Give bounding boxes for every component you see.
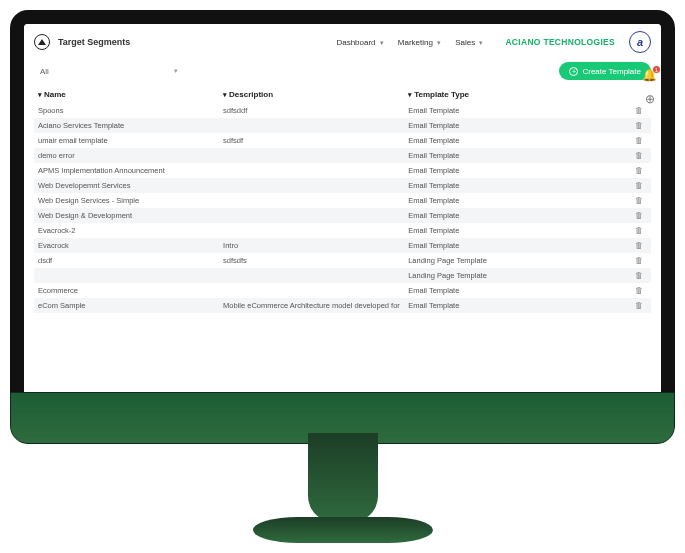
cell-name: eCom Sample [34,298,219,313]
add-icon[interactable]: ⊕ [645,92,655,106]
cell-type: Email Template [404,193,601,208]
cell-description: sdfsdf [219,133,404,148]
cell-name: Aciano Services Template [34,118,219,133]
monitor-frame: Target Segments Dashboard ▾ Marketing ▾ … [10,10,675,430]
delete-row-button[interactable]: 🗑 [602,163,651,178]
filter-dropdown[interactable]: All ▾ [34,64,184,79]
trash-icon: 🗑 [635,211,643,220]
app-screen: Target Segments Dashboard ▾ Marketing ▾ … [24,24,661,416]
plus-circle-icon: + [569,67,578,76]
tab-dashboard[interactable]: Dashboard ▾ [336,38,383,47]
brand-badge-letter: a [637,36,643,48]
table-row[interactable]: eCom SampleMobile eCommerce Architecture… [34,298,651,313]
cell-description [219,178,404,193]
side-icon-rail: 🔔1 ⊕ [642,68,657,106]
cell-name: dsdf [34,253,219,268]
delete-row-button[interactable]: 🗑 [602,178,651,193]
filter-icon: ▾ [408,91,412,98]
table-row[interactable]: Landing Page Template🗑 [34,268,651,283]
table-row[interactable]: dsdfsdfsdfsLanding Page Template🗑 [34,253,651,268]
cell-type: Email Template [404,133,601,148]
cell-type: Email Template [404,238,601,253]
table-row[interactable]: EvacrockIntroEmail Template🗑 [34,238,651,253]
cell-type: Email Template [404,283,601,298]
filter-icon: ▾ [223,91,227,98]
tab-label: Sales [455,38,475,47]
cell-name [34,268,219,283]
delete-row-button[interactable]: 🗑 [602,133,651,148]
table-row[interactable]: Aciano Services TemplateEmail Template🗑 [34,118,651,133]
table-row[interactable]: demo errorEmail Template🗑 [34,148,651,163]
notifications-bell-icon[interactable]: 🔔1 [642,68,657,82]
chevron-down-icon: ▾ [437,39,441,46]
tab-label: Marketing [398,38,433,47]
trash-icon: 🗑 [635,226,643,235]
cell-description [219,208,404,223]
col-header-type-label: Template Type [414,90,469,99]
trash-icon: 🗑 [635,136,643,145]
table-row[interactable]: Web Design Services - SimpleEmail Templa… [34,193,651,208]
trash-icon: 🗑 [635,196,643,205]
top-bar: Target Segments Dashboard ▾ Marketing ▾ … [34,30,651,54]
delete-row-button[interactable]: 🗑 [602,253,651,268]
table-row[interactable]: SpoonssdfsddfEmail Template🗑 [34,103,651,118]
table-row[interactable]: APMS Implementation AnnouncementEmail Te… [34,163,651,178]
cell-type: Landing Page Template [404,253,601,268]
monitor-stand-neck [308,433,378,523]
trash-icon: 🗑 [635,151,643,160]
table-row[interactable]: Evacrock-2Email Template🗑 [34,223,651,238]
table-row[interactable]: umair email templatesdfsdfEmail Template… [34,133,651,148]
main-nav-tabs: Dashboard ▾ Marketing ▾ Sales ▾ [336,38,483,47]
cell-description [219,268,404,283]
cell-type: Landing Page Template [404,268,601,283]
table-row[interactable]: Web Developemnt ServicesEmail Template🗑 [34,178,651,193]
tab-marketing[interactable]: Marketing ▾ [398,38,441,47]
templates-table: ▾Name ▾Description ▾Template Type Spoons… [34,86,651,313]
cell-description [219,193,404,208]
table-row[interactable]: EcommerceEmail Template🗑 [34,283,651,298]
delete-row-button[interactable]: 🗑 [602,238,651,253]
delete-row-button[interactable]: 🗑 [602,193,651,208]
tab-sales[interactable]: Sales ▾ [455,38,483,47]
cell-name: Spoons [34,103,219,118]
cell-name: Evacrock-2 [34,223,219,238]
delete-row-button[interactable]: 🗑 [602,208,651,223]
col-header-description-label: Description [229,90,273,99]
trash-icon: 🗑 [635,271,643,280]
cell-type: Email Template [404,298,601,313]
create-template-label: Create Template [582,67,641,76]
cell-type: Email Template [404,163,601,178]
page-title: Target Segments [58,37,130,47]
col-header-description[interactable]: ▾Description [219,86,404,103]
cell-name: APMS Implementation Announcement [34,163,219,178]
sub-bar: All ▾ + Create Template [34,60,651,82]
delete-row-button[interactable]: 🗑 [602,283,651,298]
cell-name: Evacrock [34,238,219,253]
delete-row-button[interactable]: 🗑 [602,118,651,133]
cell-name: Web Design & Development [34,208,219,223]
delete-row-button[interactable]: 🗑 [602,148,651,163]
monitor-stand-base [253,517,433,543]
chevron-down-icon: ▾ [380,39,384,46]
cell-description: Intro [219,238,404,253]
filter-icon: ▾ [38,91,42,98]
cell-description [219,118,404,133]
create-template-button[interactable]: + Create Template [559,62,651,80]
col-header-name-label: Name [44,90,66,99]
brand-name: ACIANO TECHNOLOGIES [505,37,615,47]
delete-row-button[interactable]: 🗑 [602,298,651,313]
delete-row-button[interactable]: 🗑 [602,268,651,283]
col-header-type[interactable]: ▾Template Type [404,86,601,103]
delete-row-button[interactable]: 🗑 [602,223,651,238]
chevron-down-icon: ▾ [174,67,178,75]
cell-type: Email Template [404,178,601,193]
trash-icon: 🗑 [635,301,643,310]
trash-icon: 🗑 [635,106,643,115]
cell-name: Web Design Services - Simple [34,193,219,208]
cell-name: Web Developemnt Services [34,178,219,193]
col-header-name[interactable]: ▾Name [34,86,219,103]
trash-icon: 🗑 [635,181,643,190]
cell-description [219,148,404,163]
notification-count-badge: 1 [653,66,660,73]
table-row[interactable]: Web Design & DevelopmentEmail Template🗑 [34,208,651,223]
